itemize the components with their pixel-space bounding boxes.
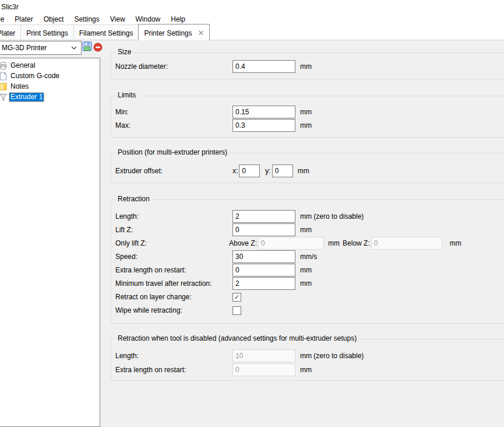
unit-label: mm: [450, 239, 461, 247]
tab-filament-settings[interactable]: Filament Settings: [73, 24, 139, 40]
settings-tree: General Custom G-code Notes: [0, 58, 100, 427]
nozzle-diameter-input[interactable]: [232, 60, 295, 73]
field-label: Retract on layer change:: [115, 293, 232, 301]
menu-item-object[interactable]: Object: [38, 14, 69, 24]
section-size: Size Nozzle diameter: mm: [111, 52, 504, 79]
extruder-offset-y-input[interactable]: [272, 164, 293, 177]
tab-label: Printer Settings: [144, 29, 192, 37]
floppy-icon: [82, 41, 92, 53]
retract-speed-input[interactable]: [232, 250, 295, 263]
tab-label: Filament Settings: [79, 29, 133, 37]
tab-plater[interactable]: Plater: [0, 24, 21, 40]
field-label: Lift Z:: [115, 226, 232, 234]
wipe-while-retracting-checkbox[interactable]: [232, 306, 241, 315]
field-label: Max:: [115, 121, 232, 130]
setting-row: Speed: mm/s: [115, 250, 317, 263]
extruder-offset-x-input[interactable]: [239, 164, 260, 177]
above-z-label: Above Z:: [229, 239, 257, 247]
setting-row: Length: mm (zero to disable): [115, 210, 364, 223]
menu-item-settings[interactable]: Settings: [69, 14, 104, 24]
preset-select[interactable]: MG-3D Printer: [0, 41, 82, 55]
setting-row: Length: mm (zero to disable): [115, 349, 364, 362]
tree-item-extruder-1[interactable]: Extruder 1: [0, 92, 100, 102]
field-label: Extruder offset:: [115, 167, 232, 175]
setting-row: Max: mm: [115, 119, 312, 132]
printer-icon: [0, 61, 8, 70]
preset-select-value: MG-3D Printer: [0, 44, 71, 52]
field-label: Nozzle diameter:: [115, 62, 232, 71]
minus-circle-icon: [93, 43, 103, 54]
section-retraction-tool-disabled: Retraction when tool is disabled (advanc…: [111, 339, 504, 381]
menu-item-plater[interactable]: Plater: [9, 14, 38, 24]
extra-length-restart-input[interactable]: [232, 264, 295, 276]
field-label: Speed:: [115, 253, 232, 261]
menu-item-file[interactable]: File: [0, 14, 9, 24]
setting-row: Wipe while retracting:: [115, 304, 241, 317]
field-label: Wipe while retracting:: [115, 306, 232, 314]
setting-row: Extra length on restart: mm: [115, 363, 312, 376]
tab-label: Plater: [0, 29, 15, 37]
chevron-down-icon: [71, 46, 77, 50]
menu-item-window[interactable]: Window: [131, 14, 166, 24]
setting-row: Retract on layer change: ✓: [115, 290, 241, 303]
below-z-input[interactable]: [371, 237, 442, 250]
unit-label: mm (zero to disable): [300, 212, 364, 220]
unit-label: mm: [300, 366, 312, 374]
tree-item-general[interactable]: General: [0, 60, 100, 71]
content-area: MG-3D Printer: [0, 40, 504, 427]
field-label: Only lift Z:: [115, 239, 229, 247]
below-z-label: Below Z:: [343, 239, 370, 247]
unit-label: mm: [298, 167, 309, 175]
tab-label: Print Settings: [26, 29, 68, 37]
above-z-input[interactable]: [258, 237, 324, 250]
unit-label: mm: [300, 226, 312, 234]
setting-row: Lift Z: mm: [115, 223, 312, 236]
tree-item-notes[interactable]: Notes: [0, 81, 100, 92]
y-label: y:: [265, 167, 270, 175]
tab-printer-settings[interactable]: Printer Settings ✕: [138, 24, 210, 40]
save-preset-button[interactable]: [82, 41, 92, 53]
section-limits: Limits Min: mm Max: mm: [111, 96, 504, 138]
max-layer-height-input[interactable]: [232, 119, 295, 132]
toolchange-retract-length-input[interactable]: [232, 349, 295, 362]
lift-z-input[interactable]: [232, 223, 295, 236]
section-legend: Limits: [115, 91, 138, 99]
title-bar: Slic3r: [0, 0, 504, 14]
field-label: Minimum travel after retraction:: [115, 279, 232, 288]
retract-length-input[interactable]: [232, 210, 295, 223]
retract-layer-change-checkbox[interactable]: ✓: [232, 293, 241, 302]
section-position: Position (for multi-extruder printers) E…: [111, 153, 504, 183]
funnel-icon: [0, 93, 8, 102]
document-icon: [0, 72, 8, 80]
min-layer-height-input[interactable]: [232, 106, 295, 118]
unit-label: mm/s: [300, 253, 317, 261]
section-legend: Position (for multi-extruder printers): [115, 148, 230, 156]
tree-item-label: Extruder 1: [9, 93, 44, 102]
tree-item-label: General: [9, 61, 37, 70]
setting-row: Min: mm: [115, 106, 312, 118]
menu-item-help[interactable]: Help: [165, 14, 191, 24]
toolchange-extra-length-input[interactable]: [232, 363, 295, 376]
tab-bar: Plater Print Settings Filament Settings …: [0, 24, 504, 40]
window-title: Slic3r: [1, 3, 19, 11]
min-travel-input[interactable]: [232, 277, 295, 290]
unit-label: mm: [300, 279, 312, 288]
unit-label: mm: [300, 62, 312, 71]
unit-label: mm: [300, 108, 312, 116]
field-label: Length:: [115, 352, 232, 360]
setting-row: Only lift Z: Above Z: mm Below Z: mm: [115, 237, 461, 250]
menu-item-view[interactable]: View: [105, 14, 131, 24]
field-label: Extra length on restart:: [115, 366, 232, 374]
setting-row: Extruder offset: x: y: mm: [115, 164, 309, 177]
field-label: Min:: [115, 108, 232, 116]
section-legend: Retraction: [115, 195, 152, 203]
field-label: Length:: [115, 212, 232, 220]
note-icon: [0, 82, 8, 91]
setting-row: Nozzle diameter: mm: [115, 60, 312, 73]
tab-print-settings[interactable]: Print Settings: [20, 24, 73, 40]
setting-row: Extra length on restart: mm: [115, 264, 312, 276]
delete-preset-button[interactable]: [93, 42, 103, 54]
section-retraction: Retraction Length: mm (zero to disable) …: [111, 200, 504, 324]
tree-item-custom-gcode[interactable]: Custom G-code: [0, 71, 100, 81]
close-icon[interactable]: ✕: [198, 30, 205, 36]
